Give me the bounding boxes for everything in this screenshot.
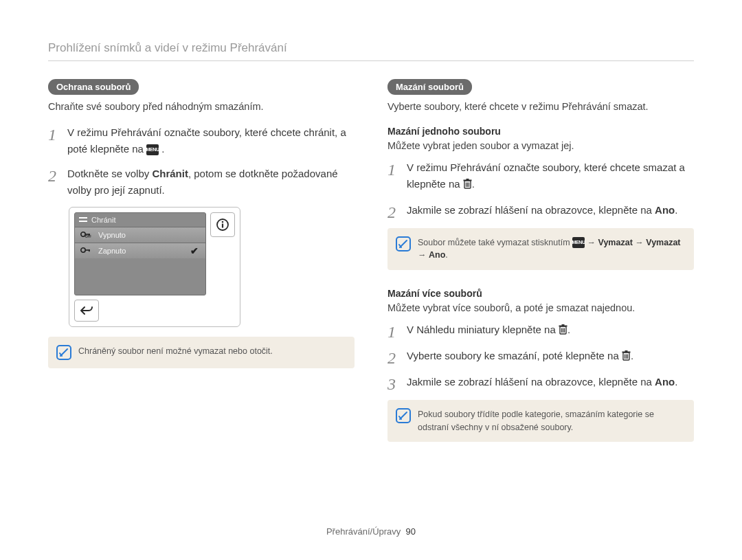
dm3a: Jakmile se zobrazí hlášení na obrazovce,…	[407, 376, 655, 388]
protect-lead: Chraňte své soubory před náhodným smazán…	[48, 100, 355, 115]
trash-icon	[463, 177, 472, 194]
svg-point-4	[81, 248, 85, 252]
delete-many-heading: Mazání více souborů	[387, 288, 694, 299]
ui-back-button[interactable]	[74, 300, 99, 322]
note-protect: Chráněný soubor není možné vymazat nebo …	[48, 337, 355, 368]
note-icon	[396, 236, 411, 251]
del1-s2b: Ano	[655, 204, 675, 216]
n1e: Vymazat	[646, 238, 680, 247]
svg-rect-9	[222, 223, 223, 227]
step2-bold: Chránit	[152, 168, 188, 179]
delete-lead: Vyberte soubory, které chcete v režimu P…	[387, 100, 694, 115]
ui-option-off[interactable]: OFF Vypnuto	[75, 227, 205, 243]
key-off-icon: OFF	[80, 231, 93, 239]
footer-page-number: 90	[406, 526, 416, 537]
ui-panel: Chránit OFF Vypnuto Zapnuto	[74, 212, 206, 295]
svg-text:OFF: OFF	[85, 234, 91, 238]
del1-s1b: .	[472, 178, 475, 190]
svg-rect-12	[466, 179, 469, 180]
note-delete-one: Soubor můžete také vymazat stisknutím ME…	[387, 228, 694, 271]
svg-rect-6	[89, 249, 90, 251]
n1h: .	[445, 250, 447, 260]
dm1a: V Náhledu miniatury klepněte na	[407, 324, 559, 335]
del1-s2c: .	[675, 204, 677, 216]
trash-icon	[622, 349, 631, 366]
step1-text-a: V režimu Přehrávání označte soubory, kte…	[67, 126, 346, 155]
delete-many-para: Můžete vybrat více souborů, a poté je sm…	[387, 301, 694, 316]
dm2a: Vyberte soubory ke smazání, poté klepnět…	[407, 350, 622, 361]
delm-step-3: Jakmile se zobrazí hlášení na obrazovce,…	[387, 374, 694, 390]
ui-panel-title: Chránit	[75, 213, 205, 227]
n1b: →	[585, 238, 598, 247]
menu-icon: MENU	[146, 144, 159, 155]
pill-protect: Ochrana souborů	[48, 79, 139, 95]
col-protect: Ochrana souborů Chraňte své soubory před…	[48, 79, 355, 445]
dm3c: .	[675, 376, 677, 388]
camera-ui: Chránit OFF Vypnuto Zapnuto	[69, 207, 240, 327]
note-icon	[396, 408, 411, 423]
note-delete-many: Pokud soubory třídíte podle kategorie, s…	[387, 400, 694, 443]
back-icon	[80, 306, 93, 315]
protect-step-1: V režimu Přehrávání označte soubory, kte…	[48, 124, 355, 157]
n1f: →	[418, 250, 429, 260]
footer-section: Přehrávání/Úpravy	[326, 526, 401, 537]
step1-text-b: .	[159, 143, 164, 155]
delete-many-steps: V Náhledu miniatury klepněte na . Vybert…	[387, 322, 694, 390]
info-icon	[216, 218, 229, 232]
key-on-icon	[80, 247, 93, 255]
delm-step-1: V Náhledu miniatury klepněte na .	[387, 322, 694, 339]
protect-steps: V režimu Přehrávání označte soubory, kte…	[48, 124, 355, 199]
page-footer: Přehrávání/Úpravy 90	[0, 526, 742, 537]
svg-point-8	[222, 221, 224, 223]
trash-icon	[559, 323, 567, 339]
ui-option-on[interactable]: Zapnuto	[75, 243, 205, 258]
ui-on-label: Zapnuto	[98, 247, 126, 255]
protect-step-2: Dotkněte se volby Chránit, potom se dotk…	[48, 166, 355, 199]
note-icon	[56, 345, 71, 360]
delete-one-steps: V režimu Přehrávání označte soubory, kte…	[387, 159, 694, 219]
n1c: Vymazat	[598, 238, 633, 247]
page-title: Prohlížení snímků a videí v režimu Přehr…	[48, 41, 694, 61]
pill-delete: Mazání souborů	[387, 79, 472, 95]
delete-one-heading: Mazání jednoho souboru	[387, 126, 694, 137]
step2-text-a: Dotkněte se volby	[67, 168, 152, 179]
n1g: Ano	[429, 250, 445, 260]
dm3b: Ano	[655, 376, 675, 388]
col-delete: Mazání souborů Vyberte soubory, které ch…	[387, 79, 694, 445]
del1-s1a: V režimu Přehrávání označte soubory, kte…	[407, 161, 685, 190]
svg-rect-18	[561, 324, 564, 326]
svg-rect-24	[625, 350, 627, 352]
del1-step-2: Jakmile se zobrazí hlášení na obrazovce,…	[387, 202, 694, 219]
ui-info-button[interactable]	[210, 212, 235, 237]
del1-step-1: V režimu Přehrávání označte soubory, kte…	[387, 159, 694, 194]
n1d: →	[633, 238, 646, 247]
menu-icon: MENU	[572, 237, 585, 248]
del1-s2a: Jakmile se zobrazí hlášení na obrazovce,…	[407, 204, 655, 216]
note-protect-text: Chráněný soubor není možné vymazat nebo …	[78, 345, 273, 358]
note-delete-one-text: Soubor můžete také vymazat stisknutím ME…	[418, 236, 686, 262]
ui-off-label: Vypnuto	[98, 231, 126, 239]
dm2b: .	[631, 350, 633, 361]
note-delete-many-text: Pokud soubory třídíte podle kategorie, s…	[418, 408, 686, 434]
delm-step-2: Vyberte soubory ke smazání, poté klepnět…	[387, 348, 694, 366]
n1a: Soubor můžete také vymazat stisknutím	[418, 238, 572, 247]
delete-one-para: Můžete vybrat jeden soubor a vymazat jej…	[387, 139, 694, 154]
dm1b: .	[567, 324, 570, 335]
